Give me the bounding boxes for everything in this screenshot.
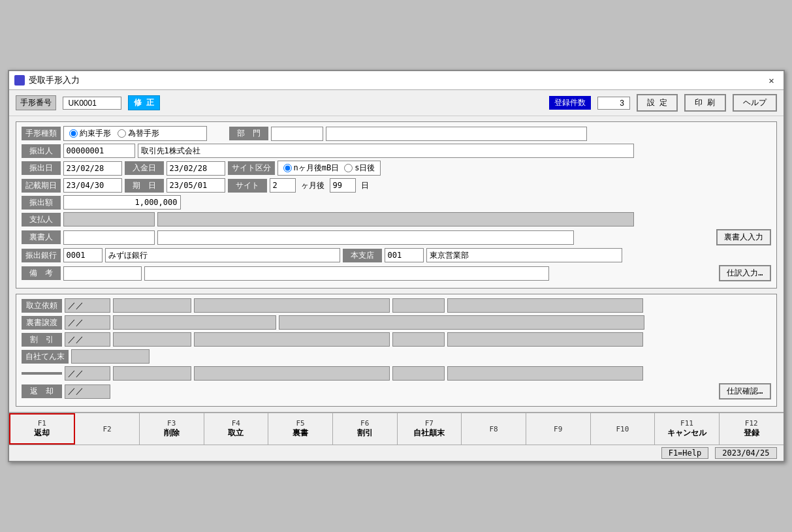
collection-field4[interactable] <box>447 298 643 313</box>
fkey-f10[interactable]: F10 <box>591 413 656 445</box>
discount-field2[interactable] <box>194 332 390 347</box>
fkey-f7-num: F7 <box>425 419 434 428</box>
radio-site-sdays[interactable]: s日後 <box>344 163 375 174</box>
fkey-f4[interactable]: F4 取立 <box>204 413 269 445</box>
site-months-input[interactable] <box>270 178 296 193</box>
fkey-f2[interactable]: F2 <box>75 413 140 445</box>
misc-field1[interactable] <box>113 366 191 381</box>
fkey-f4-label: 取立 <box>228 428 244 439</box>
endorsement-date-input[interactable] <box>65 315 110 330</box>
fkey-f3[interactable]: F3 削除 <box>140 413 204 445</box>
payer-code-input[interactable] <box>63 212 155 227</box>
lower-section: 取立依頼 裏書譲渡 割 引 <box>16 294 777 407</box>
collection-field3[interactable] <box>392 298 445 313</box>
return-date-input[interactable] <box>65 384 110 399</box>
due-date-label: 期 日 <box>125 179 164 193</box>
status-help: F1=Help <box>661 447 709 459</box>
title-bar-left: 受取手形入力 <box>14 74 80 86</box>
collection-field1[interactable] <box>113 298 191 313</box>
discount-field4[interactable] <box>447 332 643 347</box>
dept-input2[interactable] <box>326 127 587 141</box>
payer-name-input[interactable] <box>157 212 634 227</box>
fkey-f9[interactable]: F9 <box>526 413 591 445</box>
row-record-date: 記載期日 期 日 サイト ヶ月後 日 <box>22 178 771 193</box>
fkey-f8-num: F8 <box>489 425 498 433</box>
fkey-f11-label: キャンセル <box>667 428 706 439</box>
record-date-input[interactable] <box>63 178 122 193</box>
deposit-date-input[interactable] <box>166 161 225 176</box>
misc-field4[interactable] <box>447 366 643 381</box>
discount-field1[interactable] <box>113 332 191 347</box>
fkey-f1[interactable]: F1 返却 <box>9 413 76 445</box>
issue-date-label: 振出日 <box>22 161 61 175</box>
site-days-input[interactable] <box>330 178 356 193</box>
settings-button[interactable]: 設 定 <box>637 94 678 112</box>
issue-date-input[interactable] <box>63 161 122 176</box>
radio-yakusoku[interactable]: 約束手形 <box>69 128 111 139</box>
journal-confirm-button[interactable]: 仕訳確認… <box>719 383 770 399</box>
collection-date-input[interactable] <box>65 298 110 313</box>
status-bar: F1=Help 2023/04/25 <box>9 445 784 461</box>
due-date-input[interactable] <box>166 178 225 193</box>
endorser-label: 裏書人 <box>22 230 61 244</box>
form-number-label: 手形番号 <box>16 95 56 110</box>
notes-input1[interactable] <box>63 266 142 281</box>
site-type-label: サイト区分 <box>228 161 275 175</box>
fkey-f10-num: F10 <box>616 425 629 433</box>
bank-code-input[interactable] <box>63 248 103 262</box>
row-dates: 振出日 入金日 サイト区分 nヶ月後mB日 s日後 <box>22 161 771 176</box>
drawer-name-input[interactable] <box>138 144 634 158</box>
fkey-f11-num: F11 <box>680 419 693 428</box>
dept-label: 部 門 <box>229 127 268 140</box>
fkey-f7[interactable]: F7 自社顛末 <box>398 413 462 445</box>
misc-label <box>22 372 62 375</box>
dept-input1[interactable] <box>271 127 323 141</box>
bank-label: 振出銀行 <box>22 249 61 262</box>
endorser-name-input[interactable] <box>157 230 574 245</box>
payer-label: 支払人 <box>22 213 61 227</box>
amount-input[interactable] <box>63 195 181 210</box>
collection-field2[interactable] <box>194 298 390 313</box>
endorser-input-button[interactable]: 裏書人入力 <box>716 229 771 245</box>
form-number-input[interactable] <box>63 97 121 110</box>
fkey-f5[interactable]: F5 裏書 <box>268 413 333 445</box>
fkey-f2-num: F2 <box>103 425 111 433</box>
branch-code-input[interactable] <box>385 248 424 262</box>
print-button[interactable]: 印 刷 <box>684 94 725 112</box>
radio-site-nmonth[interactable]: nヶ月後mB日 <box>283 163 340 174</box>
journal-input-button[interactable]: 仕訳入力… <box>719 265 770 281</box>
fkey-f1-num: F1 <box>38 419 46 428</box>
bank-name-input[interactable] <box>105 248 340 262</box>
fkey-f1-label: 返却 <box>34 428 50 439</box>
reg-count-input[interactable] <box>597 97 630 110</box>
row-drawer: 振出人 <box>22 144 771 158</box>
fkey-f12-num: F12 <box>745 419 758 428</box>
days-unit: 日 <box>358 180 372 191</box>
close-button[interactable]: ✕ <box>765 74 778 87</box>
misc-field2[interactable] <box>194 366 390 381</box>
misc-field3[interactable] <box>392 366 445 381</box>
help-button[interactable]: ヘルプ <box>733 94 777 112</box>
notes-input2[interactable] <box>144 266 549 281</box>
main-content: 手形種類 約束手形 為替手形 部 門 振出人 <box>9 116 784 412</box>
fkey-f8[interactable]: F8 <box>462 413 526 445</box>
fkey-f12[interactable]: F12 登録 <box>720 413 784 445</box>
row-discount: 割 引 <box>22 332 771 347</box>
fkey-f6[interactable]: F6 割引 <box>333 413 398 445</box>
radio-kawase[interactable]: 為替手形 <box>118 128 159 139</box>
branch-label: 本支店 <box>343 249 382 262</box>
branch-name-input[interactable] <box>426 248 622 262</box>
row-notes: 備 考 仕訳入力… <box>22 265 771 281</box>
type-label: 手形種類 <box>22 127 61 140</box>
endorsement-field1[interactable] <box>113 315 276 330</box>
discount-field3[interactable] <box>392 332 445 347</box>
drawer-code-input[interactable] <box>63 144 135 158</box>
misc-date-input[interactable] <box>65 366 110 381</box>
discount-date-input[interactable] <box>65 332 110 347</box>
row-amount: 振出額 <box>22 195 771 210</box>
fkey-f11[interactable]: F11 キャンセル <box>655 413 720 445</box>
inhouse-field1[interactable] <box>71 349 150 364</box>
status-date: 2023/04/25 <box>715 447 776 459</box>
endorsement-field2[interactable] <box>279 315 644 330</box>
endorser-code-input[interactable] <box>63 230 155 245</box>
